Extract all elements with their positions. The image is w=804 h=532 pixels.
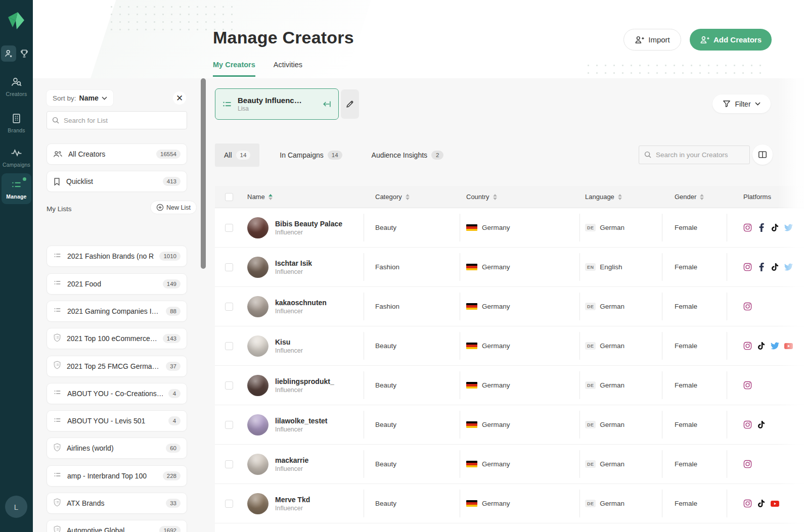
gender-cell: Female <box>662 484 727 523</box>
platform-facebook[interactable] <box>757 263 766 271</box>
creators-search[interactable] <box>639 146 750 164</box>
column-header-country[interactable]: Country <box>460 186 579 208</box>
sort-arrows-icon[interactable] <box>493 194 497 200</box>
import-button[interactable]: Import <box>623 29 681 51</box>
filter-button[interactable]: Filter <box>712 94 771 113</box>
list-item[interactable]: 2021 Gaming Companies I…88 <box>47 301 187 322</box>
list-item[interactable]: ABOUT YOU - Levis 5014 <box>47 410 187 431</box>
selected-list-chip[interactable]: Beauty Influenc… Lisa <box>215 88 339 120</box>
platform-facebook[interactable] <box>757 223 766 232</box>
platform-instagram[interactable] <box>743 302 752 311</box>
row-checkbox[interactable] <box>225 224 233 232</box>
table-row[interactable]: lieblingsprodukt_InfluencerBeautyGermany… <box>215 366 804 405</box>
platform-twitter[interactable] <box>771 342 779 350</box>
sidebar-item-creators[interactable]: Creators <box>0 76 33 97</box>
platform-instagram[interactable] <box>743 420 752 429</box>
close-panel-button[interactable]: ✕ <box>173 91 186 105</box>
platform-instagram[interactable] <box>743 223 752 232</box>
platform-tiktok[interactable] <box>771 223 779 232</box>
list-item[interactable]: ATX Brands33 <box>47 493 187 514</box>
row-checkbox[interactable] <box>225 263 233 271</box>
tab-activities[interactable]: Activities <box>274 61 302 77</box>
sidebar-item-manage[interactable]: Manage <box>2 173 31 204</box>
row-checkbox[interactable] <box>225 303 233 311</box>
user-avatar[interactable]: L <box>5 496 27 518</box>
platform-tiktok[interactable] <box>757 499 766 508</box>
creator-role: Influencer <box>275 268 312 275</box>
table-row[interactable]: lilawolke_testetInfluencerBeautyGermanyD… <box>215 405 804 445</box>
table-row[interactable]: Merve TkdInfluencerBeautyGermanyDEGerman… <box>215 484 804 523</box>
subtab-in-campaigns[interactable]: In Campaigns 14 <box>271 143 351 167</box>
column-header-category[interactable]: Category <box>364 186 460 208</box>
column-header-language[interactable]: Language <box>579 186 662 208</box>
sort-arrows-icon[interactable] <box>269 194 273 200</box>
platform-instagram[interactable] <box>743 460 752 468</box>
column-header-gender[interactable]: Gender <box>662 186 727 208</box>
platform-twitter[interactable] <box>784 223 793 232</box>
platform-instagram[interactable] <box>743 263 752 271</box>
platform-instagram[interactable] <box>743 499 752 508</box>
list-item[interactable]: 2021 Food149 <box>47 273 187 295</box>
language-cell: DEGerman <box>579 405 662 444</box>
list-item[interactable]: amp - Interbrand Top 100228 <box>47 465 187 487</box>
new-list-button[interactable]: New List <box>150 201 197 214</box>
row-checkbox[interactable] <box>225 500 233 508</box>
column-header-name[interactable]: Name <box>243 186 364 208</box>
list-item[interactable]: 2021 Top 100 eCommerce…143 <box>47 328 187 349</box>
sidebar-item-brands[interactable]: Brands <box>0 112 33 133</box>
platform-twitter[interactable] <box>784 263 793 271</box>
list-item[interactable]: Automotive Global1692 <box>47 520 187 532</box>
facebook-icon <box>759 263 764 271</box>
creator-role: Influencer <box>275 347 303 354</box>
layout-toggle-button[interactable] <box>752 144 773 165</box>
sort-arrows-icon[interactable] <box>406 194 410 200</box>
creators-search-input[interactable] <box>656 151 742 159</box>
platform-youtube[interactable] <box>784 342 793 350</box>
subtab-all[interactable]: All 14 <box>215 143 259 167</box>
all-creators-item[interactable]: All Creators 16554 <box>47 143 187 165</box>
platform-instagram[interactable] <box>743 381 752 390</box>
app-logo[interactable] <box>6 10 27 31</box>
platform-youtube[interactable] <box>771 499 779 508</box>
sidebar-item-campaigns[interactable]: Campaigns <box>0 147 33 168</box>
my-lists-heading: My Lists <box>47 205 72 213</box>
quicklist-item[interactable]: Quicklist 413 <box>47 171 187 192</box>
sidebar-item-label: Brands <box>8 127 25 133</box>
collapse-left-icon[interactable] <box>322 100 332 109</box>
sort-by-control[interactable]: Sort by: Name <box>47 90 113 106</box>
row-checkbox[interactable] <box>225 460 233 468</box>
edit-list-button[interactable] <box>341 89 359 119</box>
platform-instagram[interactable] <box>743 342 752 350</box>
list-item[interactable]: 2021 Fashion Brands (no R…1010 <box>47 246 187 267</box>
sort-arrows-icon[interactable] <box>700 194 704 200</box>
platform-tiktok[interactable] <box>757 342 766 350</box>
platform-tiktok[interactable] <box>757 420 766 429</box>
trophy-icon[interactable] <box>17 45 32 62</box>
subtab-audience-insights[interactable]: Audience Insights 2 <box>363 143 453 167</box>
name-block: Bibis Beauty PalaceInfluencer <box>275 219 342 235</box>
tab-my-creators[interactable]: My Creators <box>213 61 255 77</box>
panel-scrollbar[interactable] <box>201 78 206 269</box>
list-item[interactable]: 2021 Top 25 FMCG Germa…37 <box>47 356 187 377</box>
table-row[interactable]: Bibis Beauty PalaceInfluencerBeautyGerma… <box>215 208 804 248</box>
list-search-input[interactable] <box>64 117 175 124</box>
sort-by-label: Sort by: <box>53 94 76 102</box>
table-row[interactable]: KisuInfluencerBeautyGermanyDEGermanFemal… <box>215 326 804 366</box>
list-search[interactable] <box>47 111 187 129</box>
quicklist-count: 413 <box>163 177 181 186</box>
table-row[interactable]: kakaoschnutenInfluencerFashionGermanyDEG… <box>215 287 804 326</box>
list-item[interactable]: Airlines (world)60 <box>47 438 187 459</box>
row-checkbox[interactable] <box>225 342 233 350</box>
select-all-checkbox[interactable] <box>225 193 233 201</box>
platform-tiktok[interactable] <box>771 263 779 271</box>
table-row[interactable]: mackarrieInfluencerBeautyGermanyDEGerman… <box>215 445 804 484</box>
sort-arrows-icon[interactable] <box>618 194 622 200</box>
creator-star-icon[interactable] <box>1 45 16 62</box>
list-item[interactable]: ABOUT YOU - Co-Creations…4 <box>47 383 187 404</box>
gender-value: Female <box>675 500 697 507</box>
table-row[interactable]: Ischtar IsikInfluencerFashionGermanyENEn… <box>215 248 804 287</box>
row-checkbox[interactable] <box>225 381 233 390</box>
row-checkbox[interactable] <box>225 421 233 429</box>
add-creators-button[interactable]: Add Creators <box>690 29 772 51</box>
gender-value: Female <box>675 342 697 350</box>
